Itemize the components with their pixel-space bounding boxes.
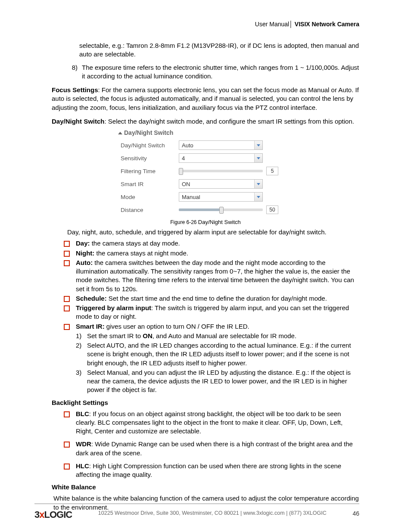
daynight-bullet-list: Day: the camera stays at day mode. Night… [52, 239, 359, 394]
bullet-icon [64, 305, 70, 311]
list-number: 8) [64, 63, 82, 81]
smartir-step-3: 3) Select Manual, and you can adjust the… [76, 368, 359, 395]
distance-slider[interactable] [179, 208, 263, 211]
header-left: User Manual│ [255, 21, 295, 28]
daynight-switch-label: Day/Night Switch [121, 142, 179, 149]
focus-label: Focus Settings [52, 86, 98, 93]
row-mode: Mode Manual [121, 190, 359, 203]
page-footer: 3xLOGIC 10225 Westmoor Drive, Suite 300,… [34, 504, 359, 521]
after-caption-text: Day, night, auto, schedule, and triggere… [67, 228, 359, 236]
list-item-8: 8) The exposure time refers to the elect… [64, 63, 359, 81]
bullet-icon [64, 324, 70, 330]
page-header: User Manual│ VISIX Network Camera [52, 21, 359, 28]
row-sensitivity: Sensitivity 4 [121, 152, 359, 165]
chevron-down-icon[interactable] [254, 141, 262, 149]
daynight-text: : Select the day/night switch mode, and … [105, 118, 354, 125]
bullet-triggered: Triggered by alarm input: The switch is … [52, 304, 359, 321]
bullet-wdr: WDR: Wide Dynamic Range can be used when… [52, 440, 359, 457]
bullet-icon [64, 260, 70, 266]
page-number: 46 [352, 509, 359, 517]
daynight-switch-dropdown[interactable]: Auto [179, 140, 263, 150]
chevron-down-icon[interactable] [254, 154, 262, 162]
backlight-heading: Backlight Settings [52, 399, 359, 406]
list-text: The exposure time refers to the electron… [82, 63, 359, 81]
filtering-time-value[interactable]: 5 [266, 167, 278, 175]
whitebalance-heading: White Balance [52, 483, 359, 491]
filtering-time-label: Filtering Time [121, 168, 179, 174]
chevron-down-icon[interactable] [254, 193, 262, 201]
row-distance: Distance 50 [121, 203, 359, 216]
smart-ir-label: Smart IR [121, 181, 179, 187]
filtering-time-slider[interactable] [179, 170, 263, 172]
smart-ir-dropdown[interactable]: ON [179, 179, 263, 189]
caret-up-icon [118, 132, 122, 134]
bullet-icon [64, 296, 70, 302]
bullet-icon [64, 442, 70, 448]
smartir-step-1: 1) Set the smart IR to ON, and Auto and … [76, 332, 359, 340]
row-filtering-time: Filtering Time 5 [121, 165, 359, 177]
bullet-blc: BLC: If you focus on an object against s… [52, 410, 359, 436]
sensitivity-dropdown[interactable]: 4 [179, 153, 263, 163]
focus-settings-para: Focus Settings: For the camera supports … [52, 86, 359, 112]
header-product: VISIX Network Camera [295, 21, 359, 28]
backlight-bullet-list: BLC: If you focus on an object against s… [52, 410, 359, 479]
mode-label: Mode [121, 194, 179, 200]
row-smart-ir: Smart IR ON [121, 177, 359, 190]
bullet-icon [64, 464, 70, 470]
logo: 3xLOGIC [34, 509, 72, 520]
daynight-label: Day/Night Switch [52, 118, 105, 125]
distance-value[interactable]: 50 [266, 205, 278, 214]
bullet-icon [64, 241, 70, 247]
bullet-icon [64, 251, 70, 257]
bullet-icon [64, 411, 70, 417]
sensitivity-label: Sensitivity [121, 155, 179, 162]
figure-caption: Figure 6-26 Day/Night Switch [52, 219, 359, 225]
row-daynight: Day/Night Switch Auto [121, 139, 359, 152]
daynight-settings-panel: Day/Night Switch Day/Night Switch Auto S… [121, 129, 359, 216]
bullet-smart-ir: Smart IR: gives user an option to turn O… [52, 322, 359, 331]
mode-dropdown[interactable]: Manual [179, 192, 263, 202]
bullet-schedule: Schedule: Set the start time and the end… [52, 294, 359, 303]
bullet-day: Day: the camera stays at day mode. [52, 239, 359, 248]
daynight-intro: Day/Night Switch: Select the day/night s… [52, 117, 359, 126]
distance-label: Distance [121, 207, 179, 213]
focus-text: : For the camera supports electronic len… [52, 86, 359, 111]
continued-text: selectable, e.g.: Tamron 2.8-8mm F1.2 (M… [79, 41, 359, 59]
bullet-night: Night: the camera stays at night mode. [52, 249, 359, 258]
bullet-hlc: HLC: High Light Compression function can… [52, 462, 359, 479]
chevron-down-icon[interactable] [254, 180, 262, 188]
panel-title[interactable]: Day/Night Switch [118, 129, 359, 136]
smartir-step-2: 2) Select AUTO, and the IR LED changes a… [76, 341, 359, 367]
footer-address: 10225 Westmoor Drive, Suite 300, Westmin… [72, 509, 352, 516]
bullet-auto: Auto: the camera switches between the da… [52, 258, 359, 293]
